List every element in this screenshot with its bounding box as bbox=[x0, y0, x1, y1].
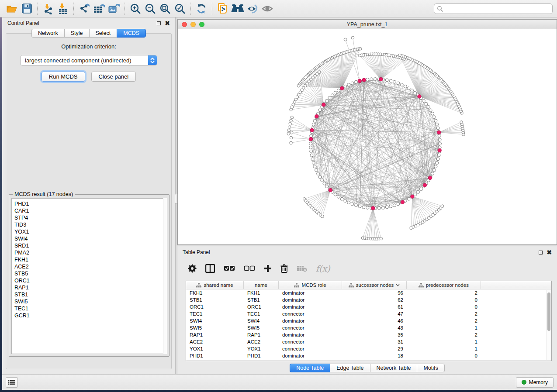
network-node[interactable] bbox=[310, 154, 313, 157]
network-node[interactable] bbox=[374, 78, 377, 81]
mcds-hub-node[interactable] bbox=[358, 79, 361, 83]
table-scrollbar-thumb[interactable] bbox=[547, 292, 550, 331]
table-row[interactable]: ACE2ACE2connector311 bbox=[186, 338, 551, 345]
table-row[interactable]: TEC1TEC1connector472 bbox=[186, 310, 551, 317]
network-node[interactable] bbox=[417, 190, 420, 193]
run-mcds-button[interactable]: Run MCDS bbox=[42, 72, 85, 82]
network-node[interactable] bbox=[389, 79, 392, 83]
first-neighbors-button[interactable] bbox=[230, 2, 245, 16]
network-node[interactable] bbox=[309, 146, 312, 149]
network-view-canvas[interactable] bbox=[178, 29, 557, 244]
import-network-button[interactable] bbox=[41, 2, 55, 16]
leaf-node[interactable] bbox=[290, 108, 293, 111]
column-header-shared-name[interactable]: shared name bbox=[186, 281, 244, 289]
zoom-out-button[interactable] bbox=[143, 2, 158, 16]
table-row[interactable]: YOX1YOX1connector291 bbox=[186, 345, 551, 352]
network-node[interactable] bbox=[321, 179, 324, 182]
mcds-result-item[interactable]: TID3 bbox=[14, 221, 166, 228]
network-node[interactable] bbox=[393, 80, 396, 83]
mcds-result-item[interactable]: STB1 bbox=[14, 291, 166, 298]
table-row[interactable]: PHD1PHD1dominator180 bbox=[186, 352, 551, 359]
refresh-button[interactable] bbox=[194, 2, 209, 16]
table-row[interactable]: RAP1RAP1dominator352 bbox=[186, 331, 551, 338]
network-window-titlebar[interactable]: YPA_prune.txt_1 bbox=[178, 20, 557, 29]
network-node[interactable] bbox=[310, 134, 313, 138]
mcds-hub-node[interactable] bbox=[401, 200, 404, 204]
mcds-result-item[interactable]: CAR1 bbox=[14, 207, 166, 214]
table-tab-node-table[interactable]: Node Table bbox=[290, 364, 330, 372]
network-node[interactable] bbox=[358, 205, 361, 208]
network-node[interactable] bbox=[325, 99, 329, 102]
mcds-result-item[interactable]: FKH1 bbox=[14, 256, 166, 263]
float-panel-icon[interactable] bbox=[157, 21, 161, 25]
network-node[interactable] bbox=[377, 206, 381, 210]
duplicate-network-button[interactable] bbox=[215, 2, 230, 16]
open-session-button[interactable] bbox=[4, 2, 19, 16]
float-table-panel-icon[interactable] bbox=[539, 251, 543, 254]
column-header-predecessor-nodes[interactable]: predecessor nodes bbox=[407, 281, 481, 289]
network-node[interactable] bbox=[397, 203, 400, 206]
network-node[interactable] bbox=[347, 83, 350, 86]
network-node[interactable] bbox=[337, 89, 340, 92]
network-node[interactable] bbox=[337, 195, 340, 198]
network-node[interactable] bbox=[334, 193, 337, 196]
save-session-button[interactable] bbox=[19, 2, 34, 16]
table-tab-edge-table[interactable]: Edge Table bbox=[330, 364, 370, 372]
create-column-button[interactable] bbox=[264, 265, 272, 272]
mcds-hub-node[interactable] bbox=[438, 148, 441, 152]
network-node[interactable] bbox=[438, 138, 441, 141]
network-node[interactable] bbox=[366, 206, 369, 209]
mcds-result-item[interactable]: STP4 bbox=[14, 214, 166, 221]
network-node[interactable] bbox=[325, 185, 329, 188]
network-node[interactable] bbox=[334, 91, 337, 94]
network-node[interactable] bbox=[385, 79, 388, 82]
network-node[interactable] bbox=[312, 123, 315, 126]
close-table-panel-icon[interactable]: ✖ bbox=[547, 251, 552, 254]
network-node[interactable] bbox=[433, 116, 436, 119]
show-column-panel-button[interactable] bbox=[205, 264, 215, 273]
table-settings-button[interactable] bbox=[188, 264, 197, 273]
network-node[interactable] bbox=[331, 94, 334, 97]
table-row[interactable]: STB1STB1dominator620 bbox=[186, 296, 551, 303]
network-node[interactable] bbox=[344, 199, 347, 203]
network-node[interactable] bbox=[425, 102, 428, 105]
network-node[interactable] bbox=[310, 150, 313, 153]
network-node[interactable] bbox=[414, 91, 417, 94]
network-node[interactable] bbox=[439, 142, 442, 145]
network-node[interactable] bbox=[362, 206, 365, 209]
network-node[interactable] bbox=[400, 83, 403, 86]
network-node[interactable] bbox=[436, 158, 439, 161]
zoom-selected-button[interactable] bbox=[173, 2, 187, 16]
mcds-result-item[interactable]: YOX1 bbox=[14, 228, 166, 235]
leaf-node[interactable] bbox=[380, 237, 383, 240]
leaf-node[interactable] bbox=[287, 132, 290, 135]
leaf-node[interactable] bbox=[289, 122, 292, 125]
network-node[interactable] bbox=[366, 78, 369, 81]
show-hidden-button[interactable] bbox=[260, 2, 275, 16]
leaf-node[interactable] bbox=[321, 215, 324, 218]
mcds-hub-node[interactable] bbox=[428, 176, 432, 179]
mcds-hub-node[interactable] bbox=[309, 138, 312, 141]
network-node[interactable] bbox=[318, 175, 322, 179]
leaf-node[interactable] bbox=[290, 136, 293, 139]
network-node[interactable] bbox=[434, 165, 437, 168]
mcds-result-item[interactable]: RAP1 bbox=[14, 284, 166, 291]
network-node[interactable] bbox=[311, 158, 314, 161]
network-node[interactable] bbox=[344, 85, 347, 88]
network-node[interactable] bbox=[427, 105, 430, 108]
network-node[interactable] bbox=[436, 123, 439, 126]
tab-mcds[interactable]: MCDS bbox=[117, 29, 146, 38]
network-node[interactable] bbox=[407, 197, 410, 200]
network-node[interactable] bbox=[431, 172, 434, 175]
leaf-node[interactable] bbox=[441, 205, 444, 208]
network-node[interactable] bbox=[370, 78, 373, 81]
column-header-name[interactable]: name bbox=[244, 281, 279, 289]
mcds-hub-node[interactable] bbox=[310, 128, 314, 132]
mcds-result-list[interactable]: PHD1CAR1STP4TID3YOX1SWI4SRD1PMA2FKH1ACE2… bbox=[11, 198, 167, 354]
export-network-button[interactable] bbox=[77, 2, 92, 16]
network-node[interactable] bbox=[313, 165, 316, 168]
network-node[interactable] bbox=[433, 168, 436, 172]
select-all-button[interactable] bbox=[224, 265, 235, 272]
mcds-hub-node[interactable] bbox=[379, 78, 383, 81]
hide-selected-button[interactable] bbox=[245, 2, 260, 16]
